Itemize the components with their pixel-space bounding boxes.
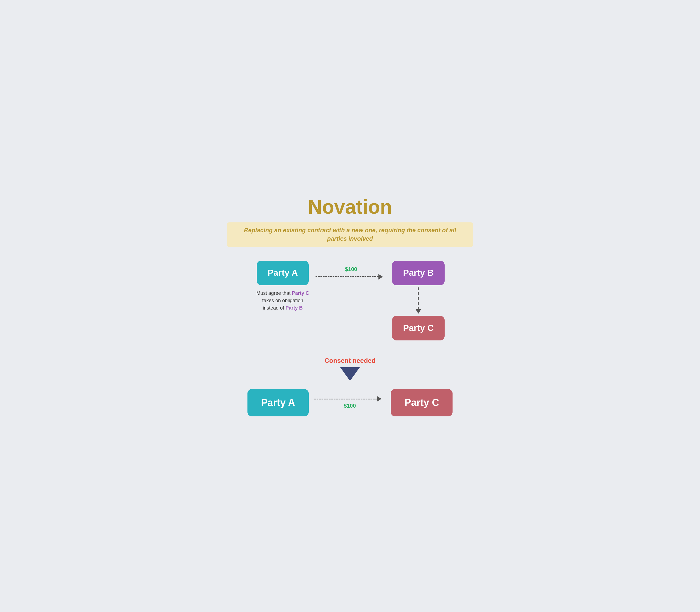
party-c-box-before: Party C <box>392 316 445 340</box>
arrow-head-right-after <box>377 396 381 402</box>
left-section: Party A Must agree that Party C takes on… <box>255 261 310 312</box>
party-c-label-before: Party C <box>403 323 434 333</box>
vertical-arrow <box>416 288 421 314</box>
party-a-box-after: Party A <box>247 389 309 416</box>
consent-arrow-down <box>340 367 360 381</box>
dashed-line-h <box>315 276 378 277</box>
before-diagram: Party A Must agree that Party C takes on… <box>227 261 473 340</box>
party-b-label: Party B <box>403 268 434 278</box>
right-section: Party B Party C <box>392 261 445 340</box>
amount-label-after: $100 <box>344 403 356 409</box>
arrow-head-down <box>416 309 421 314</box>
horizontal-arrow-section: $100 <box>310 266 392 279</box>
party-b-box: Party B <box>392 261 445 285</box>
arrow-head-right <box>378 274 383 279</box>
party-a-label-before: Party A <box>268 268 298 278</box>
page-title: Novation <box>308 196 392 218</box>
after-diagram: Party A $100 Party C <box>227 389 473 416</box>
after-arrow-section: $100 <box>309 396 391 409</box>
subtitle-text: Replacing an existing contract with a ne… <box>238 226 462 243</box>
amount-label-before: $100 <box>345 266 358 273</box>
dashed-arrow-horizontal <box>315 274 387 279</box>
desc-text-1: Must agree that <box>256 290 292 296</box>
party-a-box-before: Party A <box>257 261 309 285</box>
dashed-line-v <box>418 288 419 309</box>
consent-section: Consent needed <box>227 357 473 386</box>
desc-party-b: Party B <box>285 305 303 311</box>
dashed-line-h-after <box>314 399 377 400</box>
description-box: Must agree that Party C takes on obligat… <box>255 290 310 312</box>
desc-party-c: Party C <box>292 290 309 296</box>
subtitle-box: Replacing an existing contract with a ne… <box>227 222 473 247</box>
party-c-box-after: Party C <box>391 389 453 416</box>
party-c-label-after: Party C <box>404 397 439 408</box>
party-a-label-after: Party A <box>261 397 295 408</box>
page-container: Novation Replacing an existing contract … <box>227 196 473 416</box>
dashed-arrow-horizontal-after <box>314 396 385 402</box>
consent-label: Consent needed <box>325 357 376 364</box>
